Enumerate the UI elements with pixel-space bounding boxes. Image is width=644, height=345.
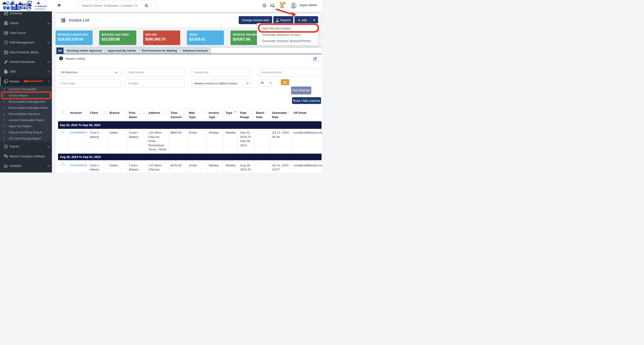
- svg-text:?: ?: [264, 4, 265, 7]
- svg-text:Software: Software: [35, 8, 46, 10]
- svg-text:StaffWizard: StaffWizard: [34, 5, 47, 8]
